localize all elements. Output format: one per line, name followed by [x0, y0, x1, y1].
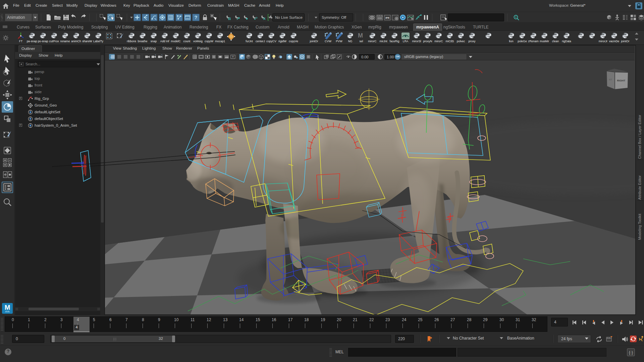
svg-text:IPR: IPR [385, 17, 389, 19]
svg-text:?: ? [195, 15, 198, 20]
svg-text:T: T [232, 55, 234, 59]
svg-text:{·}: {·} [629, 350, 633, 355]
